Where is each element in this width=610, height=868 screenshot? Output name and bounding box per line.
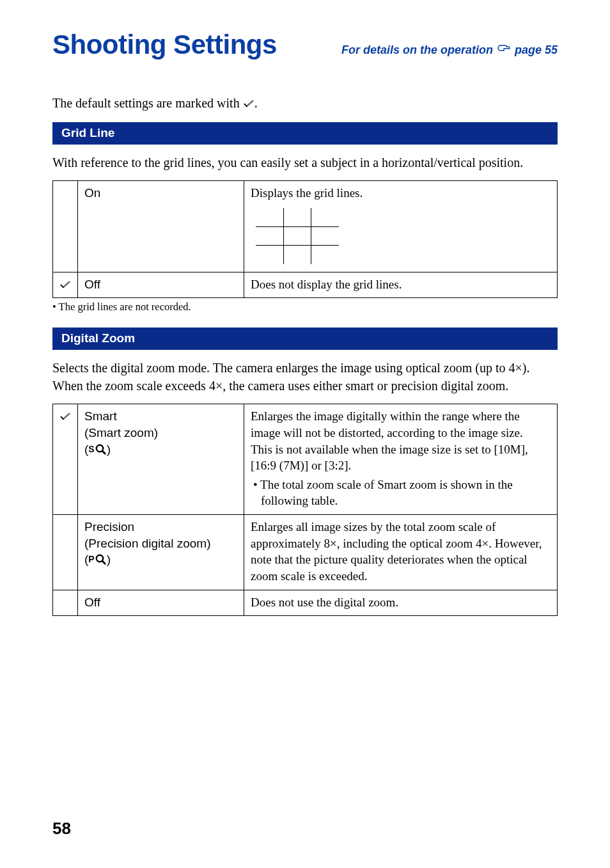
option-desc-off: Does not display the grid lines. bbox=[244, 272, 558, 298]
magnifier-icon bbox=[95, 553, 107, 570]
table-row: Off Does not display the grid lines. bbox=[53, 272, 558, 298]
table-row: Smart (Smart zoom) (S) Enlarges the imag… bbox=[53, 404, 558, 515]
hand-pointer-icon bbox=[497, 43, 510, 57]
grid-line-desc: With reference to the grid lines, you ca… bbox=[52, 154, 558, 171]
default-mark-cell bbox=[53, 272, 78, 298]
option-label-zoom-off: Off bbox=[78, 590, 244, 616]
check-default-icon bbox=[59, 412, 71, 421]
option-desc-precision: Enlarges all image sizes by the total zo… bbox=[244, 515, 558, 590]
default-mark-cell bbox=[53, 590, 78, 616]
magnifier-icon bbox=[95, 443, 107, 460]
option-label-smart: Smart (Smart zoom) (S) bbox=[78, 404, 244, 515]
smart-zoom-symbol: (S) bbox=[84, 441, 237, 460]
intro-text: The default settings are marked with . bbox=[52, 96, 558, 111]
header-note-prefix: For details on the operation bbox=[341, 43, 496, 56]
table-row: On Displays the grid lines. bbox=[53, 181, 558, 272]
header: Shooting Settings For details on the ope… bbox=[52, 29, 558, 60]
page-title: Shooting Settings bbox=[52, 29, 277, 60]
check-default-icon bbox=[243, 99, 254, 108]
svg-point-2 bbox=[96, 555, 102, 562]
grid-line-note: • The grid lines are not recorded. bbox=[52, 301, 558, 313]
section-header-grid-line: Grid Line bbox=[52, 122, 558, 145]
option-label-off: Off bbox=[78, 272, 244, 298]
default-mark-cell bbox=[53, 181, 78, 272]
precision-zoom-symbol: (P) bbox=[84, 551, 237, 570]
default-mark-cell bbox=[53, 515, 78, 590]
check-default-icon bbox=[59, 280, 71, 289]
header-note-page: page 55 bbox=[515, 43, 558, 56]
option-desc-smart: Enlarges the image digitally within the … bbox=[244, 404, 558, 515]
page-number: 58 bbox=[52, 819, 71, 839]
digital-zoom-table: Smart (Smart zoom) (S) Enlarges the imag… bbox=[52, 404, 558, 616]
option-label-precision: Precision (Precision digital zoom) (P) bbox=[78, 515, 244, 590]
section-header-digital-zoom: Digital Zoom bbox=[52, 327, 558, 350]
grid-lines-illustration bbox=[256, 208, 339, 264]
default-mark-cell bbox=[53, 404, 78, 515]
digital-zoom-desc: Selects the digital zoom mode. The camer… bbox=[52, 359, 558, 395]
svg-line-1 bbox=[102, 451, 106, 454]
manual-page: Shooting Settings For details on the ope… bbox=[0, 0, 610, 868]
svg-line-3 bbox=[102, 561, 106, 564]
option-label-on: On bbox=[78, 181, 244, 272]
option-desc-on: Displays the grid lines. bbox=[244, 181, 558, 272]
table-row: Off Does not use the digital zoom. bbox=[53, 590, 558, 616]
table-row: Precision (Precision digital zoom) (P) E… bbox=[53, 515, 558, 590]
header-note: For details on the operation page 55 bbox=[341, 43, 558, 57]
grid-line-table: On Displays the grid lines. Off Does not… bbox=[52, 180, 558, 298]
option-desc-zoom-off: Does not use the digital zoom. bbox=[244, 590, 558, 616]
svg-point-0 bbox=[96, 445, 102, 451]
